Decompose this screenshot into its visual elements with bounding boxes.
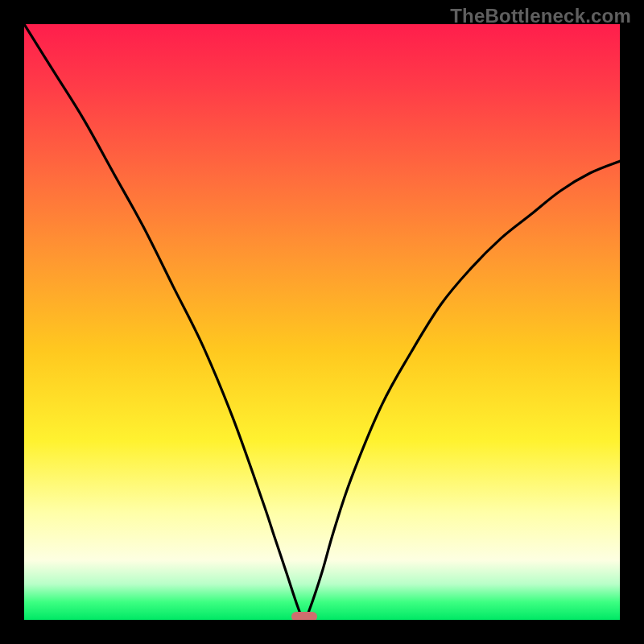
chart-frame: TheBottleneck.com xyxy=(0,0,644,644)
plot-area xyxy=(24,24,620,620)
watermark-text: TheBottleneck.com xyxy=(450,5,631,27)
bottleneck-curve xyxy=(24,24,620,620)
minimum-marker xyxy=(291,612,317,620)
